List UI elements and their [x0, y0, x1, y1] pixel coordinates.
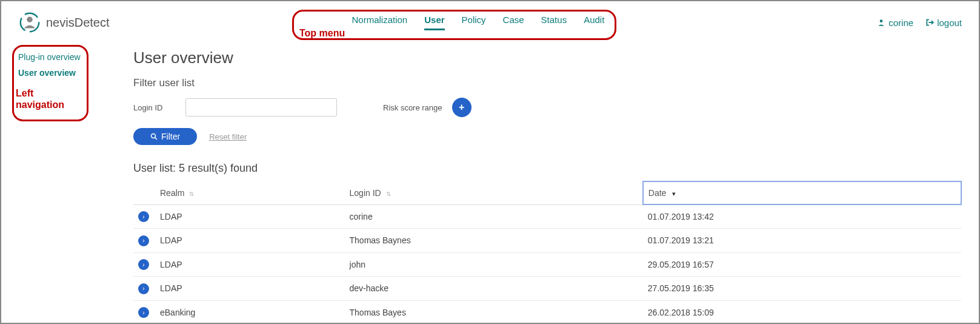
svg-line-4 [155, 138, 158, 140]
content: Plug-in overview User overview User over… [1, 38, 979, 324]
svg-point-2 [880, 19, 883, 22]
login-id-input[interactable] [185, 98, 337, 116]
col-realm-label: Realm [160, 188, 184, 198]
cell-login-id: dev-hacke [345, 277, 643, 301]
expand-row-button[interactable]: › [138, 211, 149, 222]
expand-row-button[interactable]: › [138, 307, 149, 318]
col-login-id[interactable]: Login ID ⇅ [345, 181, 643, 204]
nav-status[interactable]: Status [541, 15, 567, 30]
col-login-id-label: Login ID [350, 188, 381, 198]
filter-row: Login ID Risk score range + [133, 98, 962, 117]
app-name: nevisDetect [46, 16, 110, 30]
table-row: ›LDAPcorine01.07.2019 13:42 [133, 204, 961, 229]
top-menu: Normalization User Policy Case Status Au… [352, 15, 605, 30]
cell-realm: LDAP [155, 252, 345, 277]
caret-down-icon: ▾ [672, 190, 676, 197]
filter-button[interactable]: Filter [133, 128, 197, 145]
cell-realm: LDAP [155, 229, 345, 253]
logout-icon [925, 18, 934, 27]
search-icon [150, 133, 158, 140]
sort-icon: ⇅ [189, 191, 194, 197]
user-area: corine logout [877, 18, 962, 28]
col-date-label: Date [648, 188, 667, 198]
cell-realm: eBanking [155, 300, 345, 324]
table-row: ›eBankingThomas Bayes26.02.2018 15:09 [133, 300, 961, 324]
nav-normalization[interactable]: Normalization [352, 15, 408, 30]
plus-icon: + [459, 102, 464, 113]
user-icon [877, 18, 885, 27]
cell-date: 01.07.2019 13:21 [643, 229, 961, 253]
expand-row-button[interactable]: › [138, 235, 149, 246]
filter-button-label: Filter [161, 132, 180, 141]
logo[interactable]: nevisDetect [18, 11, 110, 34]
cell-login-id: Thomas Baynes [345, 229, 643, 253]
col-expand [133, 181, 155, 204]
header: nevisDetect Normalization User Policy Ca… [1, 1, 979, 38]
col-realm[interactable]: Realm ⇅ [155, 181, 345, 204]
nav-audit[interactable]: Audit [584, 15, 604, 30]
sort-icon: ⇅ [386, 191, 391, 197]
cell-login-id: Thomas Bayes [345, 300, 643, 324]
nav-user[interactable]: User [424, 15, 444, 30]
sidebar-item-user-overview[interactable]: User overview [18, 68, 97, 78]
app-logo-icon [18, 11, 41, 34]
cell-date: 29.05.2019 16:57 [643, 252, 961, 277]
table-row: ›LDAPjohn29.05.2019 16:57 [133, 252, 961, 277]
filter-actions: Filter Reset filter [133, 128, 962, 145]
cell-realm: LDAP [155, 277, 345, 301]
cell-login-id: john [345, 252, 643, 277]
list-title: User list: 5 result(s) found [133, 162, 962, 175]
logout-link[interactable]: logout [925, 18, 962, 28]
cell-realm: LDAP [155, 204, 345, 229]
reset-filter-link[interactable]: Reset filter [209, 132, 247, 141]
login-id-label: Login ID [133, 103, 176, 112]
cell-date: 26.02.2018 15:09 [643, 300, 961, 324]
expand-row-button[interactable]: › [138, 259, 149, 270]
table-row: ›LDAPdev-hacke27.05.2019 16:35 [133, 277, 961, 301]
col-date[interactable]: Date ▾ [643, 181, 961, 204]
page-title: User overview [133, 49, 962, 67]
logout-label: logout [937, 18, 962, 28]
expand-row-button[interactable]: › [138, 283, 149, 294]
risk-score-label: Risk score range [383, 103, 442, 112]
cell-date: 01.07.2019 13:42 [643, 204, 961, 229]
main: User overview Filter user list Login ID … [133, 49, 962, 324]
left-nav: Plug-in overview User overview [18, 49, 97, 324]
username-label: corine [888, 18, 913, 28]
cell-login-id: corine [345, 204, 643, 229]
table-row: ›LDAPThomas Baynes01.07.2019 13:21 [133, 229, 961, 253]
sidebar-item-plugin-overview[interactable]: Plug-in overview [18, 52, 97, 62]
filter-title: Filter user list [133, 77, 962, 89]
svg-point-3 [152, 134, 156, 138]
nav-policy[interactable]: Policy [462, 15, 486, 30]
user-table: Realm ⇅ Login ID ⇅ Date ▾ ›LDAPcorine01.… [133, 181, 962, 324]
add-risk-range-button[interactable]: + [452, 98, 472, 117]
svg-point-1 [27, 17, 33, 23]
cell-date: 27.05.2019 16:35 [643, 277, 961, 301]
nav-case[interactable]: Case [503, 15, 524, 30]
current-user-link[interactable]: corine [877, 18, 913, 28]
